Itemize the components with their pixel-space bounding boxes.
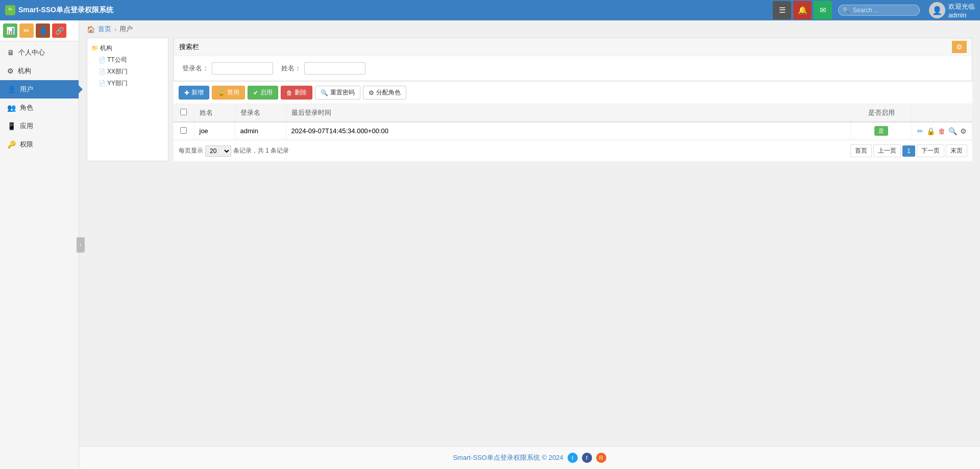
action-icons: ✏ 🔒 🗑 🔍 ⚙: [917, 127, 967, 135]
username: admin: [948, 11, 975, 19]
sidebar-item-user[interactable]: 👤 用户: [0, 80, 79, 98]
delete-button[interactable]: 🗑 删除: [281, 86, 312, 100]
sidebar-item-perm[interactable]: 🔑 权限: [0, 135, 79, 154]
app-title: Smart-SSO单点登录权限系统: [18, 6, 113, 15]
breadcrumb-home[interactable]: 首页: [98, 24, 111, 34]
row-checkbox[interactable]: [180, 127, 187, 134]
gear-action-icon[interactable]: ⚙: [960, 127, 967, 135]
quick-btn-edit[interactable]: ✏: [19, 23, 34, 38]
footer-text: Smart-SSO单点登录权限系统 © 2024: [453, 453, 563, 462]
quick-btn-stats[interactable]: 📊: [3, 23, 17, 38]
per-page-select[interactable]: 10 20 50 100: [205, 145, 231, 157]
disable-icon: 🔒: [217, 89, 225, 96]
sidebar-item-label: 权限: [20, 140, 33, 149]
app-icon: 📱: [7, 122, 16, 130]
search-input[interactable]: [838, 5, 920, 16]
footer: Smart-SSO单点登录权限系统 © 2024 t f R: [79, 446, 980, 469]
layout: 📊 ✏ 👤 🔗 🖥 个人中心 ⚙ 机构 👤 用户: [0, 20, 980, 469]
email-button[interactable]: ✉: [814, 1, 832, 19]
th-actions: [912, 104, 972, 122]
share-icon: 🔗: [55, 27, 64, 35]
next-page-btn[interactable]: 下一页: [917, 144, 944, 157]
prev-page-btn[interactable]: 上一页: [873, 144, 901, 157]
notifications-button[interactable]: 🔔: [793, 1, 812, 19]
tree-label: 机构: [100, 44, 112, 53]
tree-node-yy[interactable]: 📄 YY部门: [90, 78, 165, 89]
search-bar-body: 登录名： 姓名：: [174, 56, 972, 81]
file-icon: 📄: [99, 68, 106, 75]
search-bar-section: 搜索栏 ⚙ 登录名： 姓名：: [174, 38, 972, 81]
tree-panel: 📁 机构 📄 TT公司 📄 XX部门 📄 YY部门: [87, 38, 168, 161]
sidebar-collapse-btn[interactable]: ‹: [77, 237, 85, 253]
tree-label: TT公司: [107, 56, 127, 64]
tree-node-org[interactable]: 📁 机构: [90, 42, 165, 54]
enable-label: 启用: [260, 88, 273, 97]
welcome-text: 欢迎光临: [948, 2, 975, 11]
collapse-icon: ‹: [80, 242, 81, 248]
sidebar: 📊 ✏ 👤 🔗 🖥 个人中心 ⚙ 机构 👤 用户: [0, 20, 79, 469]
search-action-icon[interactable]: 🔍: [948, 127, 957, 135]
facebook-icon[interactable]: f: [582, 453, 592, 463]
first-page-btn[interactable]: 首页: [850, 144, 872, 157]
pagination-row: 每页显示 10 20 50 100 条记录，共 1 条记录 首页 上一页 1: [174, 140, 972, 161]
personal-icon: 🖥: [7, 48, 14, 57]
name-input[interactable]: [304, 62, 365, 75]
pagination-summary: 条记录，共 1 条记录: [233, 146, 289, 155]
current-page-btn[interactable]: 1: [902, 145, 915, 157]
name-group: 姓名：: [281, 62, 365, 75]
disable-label: 禁用: [227, 88, 239, 97]
twitter-icon[interactable]: t: [568, 453, 578, 463]
tree-node-xx[interactable]: 📄 XX部门: [90, 66, 165, 78]
panel-settings-btn[interactable]: ⚙: [952, 41, 967, 53]
sidebar-item-role[interactable]: 👥 角色: [0, 98, 79, 117]
edit-action-icon[interactable]: ✏: [917, 127, 923, 135]
select-all-checkbox[interactable]: [180, 109, 187, 115]
row-enabled-cell: 是: [851, 122, 912, 140]
breadcrumb: 🏠 首页 › 用户: [79, 20, 980, 38]
th-login: 登录名: [235, 104, 286, 122]
login-name-input[interactable]: [212, 62, 273, 75]
file-icon: 📄: [99, 57, 106, 63]
page-buttons: 首页 上一页 1 下一页 末页: [850, 144, 967, 157]
delete-label: 删除: [295, 88, 307, 97]
quick-btn-user[interactable]: 👤: [36, 23, 50, 38]
enable-button[interactable]: ✔ 启用: [248, 86, 278, 100]
table-row: joe admin 2024-09-07T14:45:34.000+00:00 …: [174, 122, 972, 140]
assign-role-button[interactable]: ⚙ 分配角色: [363, 86, 406, 100]
add-label: 新增: [191, 88, 204, 97]
th-enabled: 是否启用: [851, 104, 912, 122]
search-bar-title: 搜索栏: [179, 42, 199, 52]
tree-label: XX部门: [107, 67, 128, 76]
rss-icon[interactable]: R: [596, 453, 606, 463]
add-icon: ✚: [184, 89, 189, 96]
status-badge: 是: [874, 126, 888, 136]
breadcrumb-sep: ›: [114, 26, 116, 33]
reset-pwd-button[interactable]: 🔍 重置密码: [315, 86, 360, 100]
lock-action-icon[interactable]: 🔒: [926, 127, 935, 135]
sidebar-item-label: 机构: [18, 66, 31, 76]
user-info: 👤 欢迎光临 admin: [929, 2, 975, 19]
quick-btn-share[interactable]: 🔗: [52, 23, 66, 38]
disable-button[interactable]: 🔒 禁用: [212, 86, 245, 100]
name-label: 姓名：: [281, 64, 301, 73]
sidebar-item-personal[interactable]: 🖥 个人中心: [0, 43, 79, 62]
search-wrap: 🔍: [838, 5, 920, 16]
delete-icon: 🗑: [286, 89, 292, 96]
perm-icon: 🔑: [7, 140, 16, 149]
last-page-btn[interactable]: 末页: [946, 144, 967, 157]
user-welcome: 欢迎光临 admin: [948, 2, 975, 19]
tree-node-tt[interactable]: 📄 TT公司: [90, 54, 165, 66]
delete-action-icon[interactable]: 🗑: [938, 127, 945, 135]
messages-button[interactable]: ☰: [773, 1, 791, 19]
sidebar-item-org[interactable]: ⚙ 机构: [0, 62, 79, 80]
search-bar-header: 搜索栏 ⚙: [174, 38, 972, 56]
sidebar-item-app[interactable]: 📱 应用: [0, 117, 79, 135]
top-nav: 🍃 Smart-SSO单点登录权限系统 ☰ 🔔 ✉ 🔍 👤 欢迎光临 admin: [0, 0, 980, 20]
brand-icon: 🍃: [5, 5, 15, 15]
toolbar: ✚ 新增 🔒 禁用 ✔ 启用 🗑 删除: [174, 81, 972, 104]
top-search: 🔍: [838, 5, 920, 16]
row-login: admin: [235, 122, 286, 140]
data-table: 姓名 登录名 最后登录时间 是否启用 joe: [174, 104, 972, 140]
add-button[interactable]: ✚ 新增: [179, 86, 209, 100]
org-icon: ⚙: [7, 67, 14, 75]
